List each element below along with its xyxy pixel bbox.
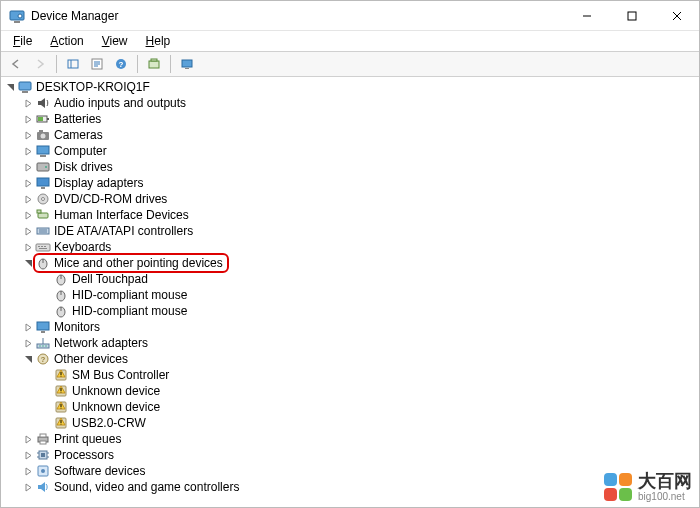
expand-icon[interactable] bbox=[21, 143, 35, 159]
svg-rect-26 bbox=[39, 130, 43, 132]
tree-node[interactable]: IDE ATA/ATAPI controllers bbox=[21, 223, 697, 239]
expand-icon[interactable] bbox=[21, 223, 35, 239]
svg-point-70 bbox=[61, 408, 62, 409]
svg-point-2 bbox=[18, 14, 22, 18]
expand-icon[interactable] bbox=[21, 463, 35, 479]
tree-node[interactable]: USB2.0-CRW bbox=[39, 415, 697, 431]
tree-node[interactable]: Audio inputs and outputs bbox=[21, 95, 697, 111]
tree-node-label: Dell Touchpad bbox=[72, 271, 148, 287]
tree-node[interactable]: Dell Touchpad bbox=[39, 271, 697, 287]
expand-icon[interactable] bbox=[21, 447, 35, 463]
tree-node[interactable]: DVD/CD-ROM drives bbox=[21, 191, 697, 207]
tree-node-label: Human Interface Devices bbox=[54, 207, 189, 223]
svg-rect-7 bbox=[68, 60, 78, 68]
expand-icon[interactable] bbox=[21, 479, 35, 495]
toolbar-show-hide-button[interactable] bbox=[62, 53, 84, 75]
tree-node[interactable]: Disk drives bbox=[21, 159, 697, 175]
minimize-button[interactable] bbox=[564, 1, 609, 30]
tree-node-label: Mice and other pointing devices bbox=[54, 255, 223, 271]
tree-node-label: Unknown device bbox=[72, 399, 160, 415]
warning-icon bbox=[53, 367, 69, 383]
expand-icon[interactable] bbox=[21, 431, 35, 447]
warning-icon bbox=[53, 399, 69, 415]
svg-rect-44 bbox=[39, 248, 47, 249]
svg-point-67 bbox=[61, 392, 62, 393]
tree-node-label: Cameras bbox=[54, 127, 103, 143]
display-icon bbox=[35, 175, 51, 191]
tree-node[interactable]: ?Other devices bbox=[21, 351, 697, 367]
menu-action[interactable]: ActionAction bbox=[42, 32, 91, 50]
tree-node-label: Sound, video and game controllers bbox=[54, 479, 239, 495]
tree-node-label: HID-compliant mouse bbox=[72, 303, 187, 319]
tree-node[interactable]: Human Interface Devices bbox=[21, 207, 697, 223]
toolbar: ? bbox=[1, 51, 699, 77]
device-tree[interactable]: DESKTOP-KROIQ1FAudio inputs and outputsB… bbox=[1, 77, 699, 507]
tree-node[interactable]: Processors bbox=[21, 447, 697, 463]
tree-node[interactable]: Software devices bbox=[21, 463, 697, 479]
svg-rect-41 bbox=[38, 246, 40, 247]
tree-node[interactable]: Batteries bbox=[21, 111, 697, 127]
svg-rect-16 bbox=[151, 59, 157, 61]
expand-icon[interactable] bbox=[21, 95, 35, 111]
collapse-icon[interactable] bbox=[3, 79, 17, 95]
toolbar-separator bbox=[170, 55, 171, 73]
tree-node[interactable]: Unknown device bbox=[39, 383, 697, 399]
svg-rect-19 bbox=[19, 82, 31, 90]
tree-node-label: Processors bbox=[54, 447, 114, 463]
close-button[interactable] bbox=[654, 1, 699, 30]
toolbar-monitor-button[interactable] bbox=[176, 53, 198, 75]
expand-icon[interactable] bbox=[21, 175, 35, 191]
menu-help[interactable]: HelpHelp bbox=[138, 32, 179, 50]
tree-node[interactable]: Computer bbox=[21, 143, 697, 159]
expand-icon[interactable] bbox=[21, 207, 35, 223]
collapse-icon[interactable] bbox=[21, 351, 35, 367]
tree-node-label: USB2.0-CRW bbox=[72, 415, 146, 431]
tree-node[interactable]: HID-compliant mouse bbox=[39, 287, 697, 303]
tree-node[interactable]: Sound, video and game controllers bbox=[21, 479, 697, 495]
titlebar: Device Manager bbox=[1, 1, 699, 31]
expand-icon[interactable] bbox=[21, 335, 35, 351]
toolbar-properties-button[interactable] bbox=[86, 53, 108, 75]
printer-icon bbox=[35, 431, 51, 447]
svg-rect-17 bbox=[182, 60, 192, 67]
menu-view[interactable]: ViewView bbox=[94, 32, 136, 50]
svg-point-57 bbox=[42, 345, 44, 347]
svg-point-73 bbox=[61, 424, 62, 425]
toolbar-scan-button[interactable] bbox=[143, 53, 165, 75]
svg-point-84 bbox=[41, 469, 45, 473]
tree-node[interactable]: Monitors bbox=[21, 319, 697, 335]
tree-node[interactable]: DESKTOP-KROIQ1F bbox=[3, 79, 697, 95]
tree-node[interactable]: Display adapters bbox=[21, 175, 697, 191]
expand-icon[interactable] bbox=[21, 191, 35, 207]
tree-node-label: Monitors bbox=[54, 319, 100, 335]
window-title: Device Manager bbox=[31, 9, 118, 23]
tree-node[interactable]: Unknown device bbox=[39, 399, 697, 415]
expand-icon[interactable] bbox=[21, 159, 35, 175]
toolbar-back-button[interactable] bbox=[5, 53, 27, 75]
tree-node[interactable]: Network adapters bbox=[21, 335, 697, 351]
svg-text:?: ? bbox=[41, 355, 46, 364]
tree-node[interactable]: HID-compliant mouse bbox=[39, 303, 697, 319]
tree-node[interactable]: Print queues bbox=[21, 431, 697, 447]
cpu-icon bbox=[35, 447, 51, 463]
expand-icon[interactable] bbox=[21, 111, 35, 127]
tree-node-label: DVD/CD-ROM drives bbox=[54, 191, 167, 207]
mouse-icon bbox=[53, 271, 69, 287]
toolbar-help-button[interactable]: ? bbox=[110, 53, 132, 75]
tree-node[interactable]: Cameras bbox=[21, 127, 697, 143]
menu-file[interactable]: FFileile bbox=[5, 32, 40, 50]
svg-rect-31 bbox=[37, 178, 49, 186]
tree-node[interactable]: SM Bus Controller bbox=[39, 367, 697, 383]
svg-rect-54 bbox=[41, 331, 45, 333]
svg-rect-75 bbox=[40, 434, 46, 437]
tree-node-label: Network adapters bbox=[54, 335, 148, 351]
expand-icon[interactable] bbox=[21, 319, 35, 335]
maximize-button[interactable] bbox=[609, 1, 654, 30]
expand-icon[interactable] bbox=[21, 127, 35, 143]
toolbar-forward-button[interactable] bbox=[29, 53, 51, 75]
svg-rect-20 bbox=[22, 91, 28, 93]
svg-point-25 bbox=[41, 134, 46, 139]
svg-text:?: ? bbox=[119, 60, 124, 69]
expand-icon[interactable] bbox=[21, 239, 35, 255]
tree-node[interactable]: Mice and other pointing devices bbox=[21, 255, 697, 271]
